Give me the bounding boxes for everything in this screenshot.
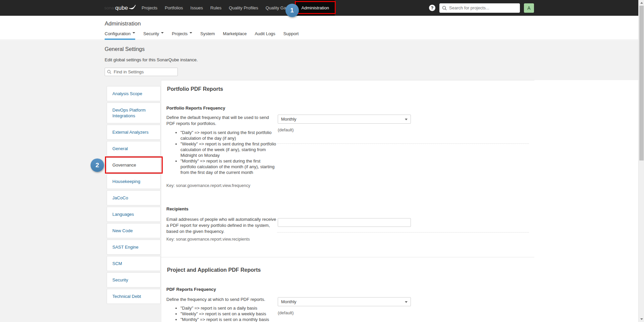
admin-tabs: Configuration Security Projects System M…	[105, 31, 299, 39]
page-subtitle: Edit global settings for this SonarQube …	[105, 57, 198, 62]
setting-bullets: "Daily" => report is sent on a daily bas…	[166, 305, 277, 322]
search-projects-input[interactable]	[439, 3, 520, 13]
logo-text-light: qube	[115, 5, 128, 11]
setting-desc: Email addresses of people who will autom…	[166, 216, 278, 235]
nav-item-projects[interactable]: Projects	[138, 0, 161, 16]
tab-system[interactable]: System	[200, 31, 215, 39]
user-avatar[interactable]: A	[524, 3, 534, 13]
tab-audit-logs[interactable]: Audit Logs	[255, 31, 275, 39]
bullet-weekly: "Weekly" => report is sent on a weekly b…	[180, 311, 277, 317]
setting-name-recipients: Recipients	[166, 206, 189, 211]
category-title-project-application-pdf-reports: Project and Application PDF Reports	[167, 267, 261, 273]
annotation-step-badge-1: 1	[285, 4, 299, 17]
bullet-weekly: "Weekly" => report is sent during the fi…	[180, 141, 277, 158]
admin-page-title: Administration	[105, 20, 141, 27]
scroll-up-button[interactable]	[639, 0, 644, 6]
search-icon	[107, 70, 111, 74]
bullet-monthly: "Monthly" => report is sent on a monthly…	[180, 317, 277, 322]
logo-text-bold: sonar	[104, 5, 115, 10]
sidebar-item-sast-engine[interactable]: SAST Engine	[107, 240, 161, 255]
default-note: (default)	[278, 127, 294, 132]
setting-name-pdf-reports-frequency: PDF Reports Frequency	[166, 287, 216, 292]
setting-key: Key: sonar.governance.report.view.recipi…	[166, 237, 250, 242]
setting-divider	[277, 143, 529, 144]
sonarqube-logo[interactable]: sonarqube	[104, 0, 136, 16]
sidebar-item-external-analyzers[interactable]: External Analyzers	[107, 125, 161, 140]
sidebar-item-housekeeping[interactable]: Housekeeping	[107, 174, 161, 189]
tab-support[interactable]: Support	[283, 31, 299, 39]
tab-security[interactable]: Security	[143, 31, 164, 39]
sonar-waves-icon	[128, 3, 136, 10]
pdf-frequency-select[interactable]: Monthly	[278, 297, 411, 306]
chevron-down-icon	[132, 32, 135, 35]
sidebar-item-new-code[interactable]: New Code	[107, 223, 161, 238]
chevron-down-icon	[405, 301, 408, 304]
sidebar-item-general[interactable]: General	[107, 141, 161, 156]
sidebar-item-governance[interactable]: Governance 2	[107, 157, 161, 173]
sidebar-item-scm[interactable]: SCM	[107, 256, 161, 271]
triangle-up-icon	[640, 1, 643, 4]
scroll-down-button[interactable]	[639, 316, 644, 322]
category-divider	[161, 257, 534, 257]
sidebar-item-security[interactable]: Security	[107, 272, 161, 287]
portfolio-frequency-select[interactable]: Monthly	[278, 115, 411, 124]
category-title-portfolio-pdf-reports: Portfolio PDF Reports	[167, 86, 223, 92]
search-icon	[442, 6, 447, 10]
sidebar-item-languages[interactable]: Languages	[107, 207, 161, 222]
tab-marketplace[interactable]: Marketplace	[223, 31, 247, 39]
sonarqube-app: sonarqube Projects Portfolios Issues Rul…	[0, 0, 644, 322]
tab-projects[interactable]: Projects	[172, 31, 192, 39]
annotation-step-badge-2: 2	[91, 158, 104, 172]
recipients-input[interactable]	[278, 218, 411, 227]
nav-item-quality-profiles[interactable]: Quality Profiles	[225, 0, 262, 16]
chevron-down-icon	[190, 32, 192, 35]
setting-desc: Define the frequency at which to send PD…	[166, 297, 278, 303]
bullet-daily: "Daily" => report is sent on a daily bas…	[180, 305, 277, 311]
bullet-monthly: "Monthly" => report is sent during the f…	[180, 158, 277, 175]
setting-name-portfolio-reports-frequency: Portfolio Reports Frequency	[166, 106, 225, 111]
settings-category-menu: Analysis Scope DevOps Platform Integrati…	[107, 86, 161, 304]
sidebar-item-technical-debt[interactable]: Technical Debt	[107, 289, 161, 304]
nav-item-administration[interactable]: Administration	[296, 0, 335, 16]
help-icon[interactable]: ?	[429, 5, 435, 11]
page-title: General Settings	[105, 46, 145, 52]
settings-page: General Settings Edit global settings fo…	[0, 40, 638, 322]
vertical-scrollbar[interactable]	[638, 0, 644, 322]
nav-item-quality-gates[interactable]: Quality Gates 1	[262, 0, 296, 16]
global-search	[439, 3, 520, 13]
setting-bullets: "Daily" => report is sent during the fir…	[166, 130, 277, 175]
admin-header: Administration Configuration Security Pr…	[0, 16, 638, 40]
setting-key: Key: sonar.governance.report.view.freque…	[166, 183, 250, 188]
find-in-settings-input[interactable]	[105, 68, 178, 76]
nav-item-portfolios[interactable]: Portfolios	[161, 0, 186, 16]
nav-item-rules[interactable]: Rules	[207, 0, 225, 16]
chevron-down-icon	[405, 119, 408, 122]
tab-configuration[interactable]: Configuration	[105, 31, 135, 39]
nav-item-administration-label: Administration	[302, 5, 329, 10]
navbar-right-group: ? A	[429, 0, 534, 16]
triangle-down-icon	[640, 318, 643, 321]
setting-divider	[277, 232, 529, 233]
sidebar-item-analysis-scope[interactable]: Analysis Scope	[107, 86, 161, 101]
find-in-settings	[105, 68, 178, 76]
top-navbar: sonarqube Projects Portfolios Issues Rul…	[0, 0, 638, 16]
sidebar-item-devops-platform-integrations[interactable]: DevOps Platform Integrations	[107, 103, 161, 123]
chevron-down-icon	[161, 32, 164, 35]
sidebar-item-jacoco[interactable]: JaCoCo	[107, 190, 161, 205]
setting-desc: Define the default frequency that will b…	[166, 115, 278, 127]
scrollbar-thumb[interactable]	[639, 6, 644, 160]
settings-panel: Portfolio PDF Reports Portfolio Reports …	[161, 80, 638, 322]
bullet-daily: "Daily" => report is sent during the fir…	[180, 130, 277, 141]
default-note: (default)	[278, 310, 294, 315]
nav-item-issues[interactable]: Issues	[187, 0, 207, 16]
